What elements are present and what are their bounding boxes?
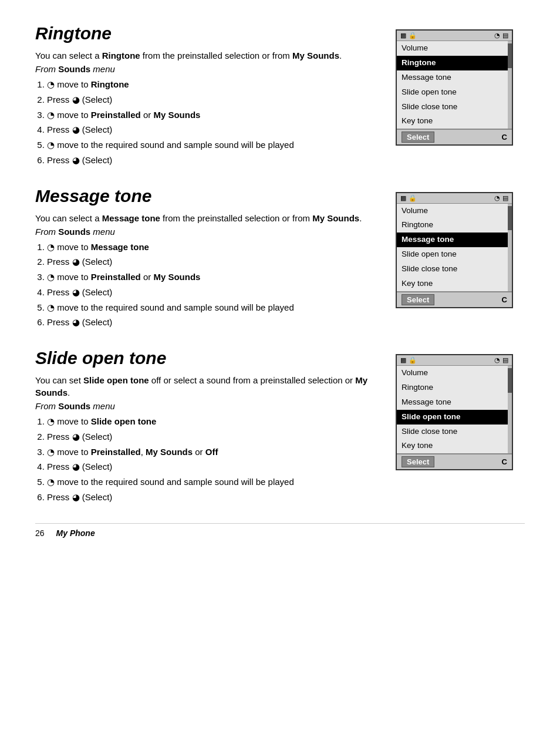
slide-open-intro: You can set Slide open tone off or selec… — [35, 374, 378, 399]
menu-item-message-tone: Message tone — [397, 70, 512, 85]
lock-icon: 🔒 — [409, 194, 417, 202]
message-tone-steps: ◔ move to Message tone Press ◕ (Select) … — [47, 240, 378, 331]
message-tone-screen: ▩ 🔒 ◔ ▤ Volume Ringtone Message tone Sli… — [396, 192, 525, 331]
ringtone-step-2: Press ◕ (Select) — [47, 93, 378, 107]
select-icon: ◕ — [72, 155, 80, 165]
ringtone-step-3: ◔ move to Preinstalled or My Sounds — [47, 108, 378, 123]
select-button[interactable]: Select — [402, 456, 434, 467]
bluetooth-icon: ◔ — [494, 356, 500, 364]
ringtone-steps: ◔ move to Ringtone Press ◕ (Select) ◔ mo… — [47, 78, 378, 168]
ringtone-menu-list: Volume Ringtone Message tone Slide open … — [397, 41, 512, 129]
nav-icon: ◔ — [47, 477, 55, 487]
message-tone-step-4: Press ◕ (Select) — [47, 285, 378, 300]
menu-item-ringtone: Ringtone — [397, 218, 512, 233]
select-button[interactable]: Select — [402, 132, 434, 143]
sim-icon: ▩ — [400, 194, 406, 202]
ringtone-signal-icons: ◔ ▤ — [494, 32, 508, 39]
nav-icon: ◔ — [47, 416, 55, 426]
ringtone-from-menu: From Sounds menu — [35, 64, 378, 74]
c-button[interactable]: C — [502, 133, 507, 142]
ringtone-phone-screen: ▩ 🔒 ◔ ▤ Volume Ringtone Message tone Sli… — [396, 29, 513, 146]
ringtone-heading: Ringtone — [35, 23, 378, 43]
slide-open-phone-footer: Select C — [397, 454, 512, 469]
ringtone-status-bar: ▩ 🔒 ◔ ▤ — [397, 31, 512, 41]
select-icon: ◕ — [72, 461, 80, 471]
message-tone-menu-wrapper: Volume Ringtone Message tone Slide open … — [397, 204, 512, 292]
slide-open-heading: Slide open tone — [35, 348, 378, 368]
message-tone-status-bar: ▩ 🔒 ◔ ▤ — [397, 193, 512, 204]
slide-open-steps: ◔ move to Slide open tone Press ◕ (Selec… — [47, 415, 378, 505]
c-button[interactable]: C — [502, 457, 507, 466]
ringtone-menu-wrapper: Volume Ringtone Message tone Slide open … — [397, 41, 512, 129]
message-tone-heading: Message tone — [35, 186, 378, 206]
ringtone-step-6: Press ◕ (Select) — [47, 153, 378, 168]
page-number: 26 — [35, 528, 45, 538]
message-tone-from-menu: From Sounds menu — [35, 227, 378, 237]
status-icons-left: ▩ 🔒 — [400, 194, 417, 202]
sim-icon: ▩ — [400, 32, 406, 39]
menu-item-slide-close: Slide close tone — [397, 100, 512, 114]
status-icons-left: ▩ 🔒 — [400, 356, 417, 364]
lock-icon: 🔒 — [409, 356, 417, 364]
sim-icon: ▩ — [400, 356, 406, 364]
menu-item-key-tone: Key tone — [397, 439, 512, 453]
menu-item-volume: Volume — [397, 41, 512, 56]
bluetooth-icon: ◔ — [494, 32, 500, 39]
nav-icon: ◔ — [47, 110, 55, 120]
scrollbar-thumb — [508, 368, 512, 393]
message-tone-section: Message tone You can select a Message to… — [35, 186, 525, 331]
ringtone-step-5: ◔ move to the required sound and sample … — [47, 138, 378, 153]
ringtone-section: Ringtone You can select a Ringtone from … — [35, 23, 525, 169]
lock-icon: 🔒 — [409, 32, 417, 39]
menu-item-slide-close: Slide close tone — [397, 262, 512, 277]
message-tone-menu-list: Volume Ringtone Message tone Slide open … — [397, 204, 512, 291]
message-tone-step-2: Press ◕ (Select) — [47, 255, 378, 270]
menu-item-key-tone: Key tone — [397, 114, 512, 129]
select-icon: ◕ — [72, 492, 80, 502]
nav-icon: ◔ — [47, 447, 55, 457]
slide-open-step-3: ◔ move to Preinstalled, My Sounds or Off — [47, 445, 378, 460]
select-icon: ◕ — [72, 124, 80, 134]
bluetooth-icon: ◔ — [494, 194, 500, 202]
ringtone-status-icons: ▩ 🔒 — [400, 32, 417, 39]
slide-open-step-5: ◔ move to the required sound and sample … — [47, 475, 378, 490]
menu-item-slide-close: Slide close tone — [397, 425, 512, 439]
menu-item-volume: Volume — [397, 366, 512, 380]
menu-item-ringtone: Ringtone — [397, 380, 512, 395]
menu-item-slide-open: Slide open tone — [397, 85, 512, 100]
signal-icon: ▤ — [502, 194, 508, 202]
ringtone-step-1: ◔ move to Ringtone — [47, 78, 378, 92]
page-footer: 26 My Phone — [35, 523, 525, 538]
slide-open-tone-section: Slide open tone You can set Slide open t… — [35, 348, 525, 506]
menu-item-message-tone: Message tone — [397, 395, 512, 410]
select-icon: ◕ — [72, 317, 80, 327]
c-button[interactable]: C — [502, 295, 507, 304]
slide-open-screen: ▩ 🔒 ◔ ▤ Volume Ringtone Message tone Sli… — [396, 354, 525, 506]
slide-open-phone-screen: ▩ 🔒 ◔ ▤ Volume Ringtone Message tone Sli… — [396, 354, 513, 470]
nav-icon: ◔ — [47, 140, 55, 150]
ringtone-intro: You can select a Ringtone from the prein… — [35, 49, 378, 62]
slide-open-menu-list: Volume Ringtone Message tone Slide open … — [397, 366, 512, 453]
slide-open-from-menu: From Sounds menu — [35, 401, 378, 411]
menu-item-key-tone: Key tone — [397, 277, 512, 291]
menu-item-message-tone: Message tone — [397, 233, 512, 247]
nav-icon: ◔ — [47, 79, 55, 89]
menu-item-volume: Volume — [397, 204, 512, 218]
slide-open-step-6: Press ◕ (Select) — [47, 490, 378, 505]
ringtone-screen: ▩ 🔒 ◔ ▤ Volume Ringtone Message tone Sli… — [396, 29, 525, 169]
ringtone-step-4: Press ◕ (Select) — [47, 123, 378, 137]
select-button[interactable]: Select — [402, 294, 434, 305]
menu-item-slide-open: Slide open tone — [397, 410, 512, 425]
slide-open-step-1: ◔ move to Slide open tone — [47, 415, 378, 429]
slide-open-content: Slide open tone You can set Slide open t… — [35, 348, 378, 506]
scrollbar-thumb — [508, 206, 512, 231]
message-tone-phone-screen: ▩ 🔒 ◔ ▤ Volume Ringtone Message tone Sli… — [396, 192, 513, 308]
nav-icon: ◔ — [47, 272, 55, 282]
message-tone-phone-footer: Select C — [397, 292, 512, 307]
nav-icon: ◔ — [47, 302, 55, 312]
scrollbar — [508, 366, 512, 453]
slide-open-menu-wrapper: Volume Ringtone Message tone Slide open … — [397, 366, 512, 454]
slide-open-step-4: Press ◕ (Select) — [47, 460, 378, 474]
message-tone-step-1: ◔ move to Message tone — [47, 240, 378, 255]
message-tone-step-5: ◔ move to the required sound and sample … — [47, 301, 378, 315]
